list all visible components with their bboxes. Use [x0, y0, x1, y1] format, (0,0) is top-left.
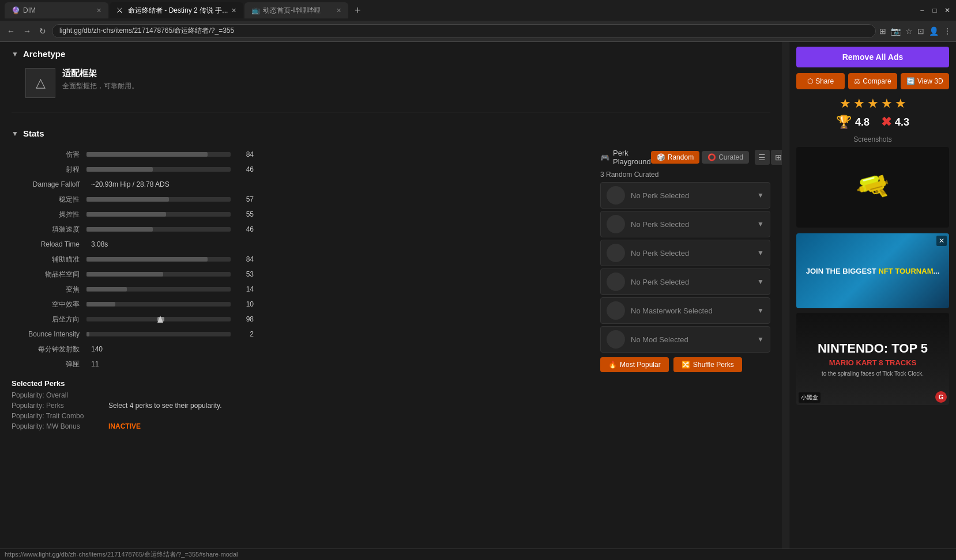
- trophy-icon: 🏆: [836, 115, 852, 130]
- perk-playground-header: 🎮 Perk Playground 🎲 Random ⭕: [600, 149, 770, 166]
- rating-row: ★ ★ ★ ★ ★: [796, 96, 949, 111]
- perk-random-label: 3 Random Curated: [600, 171, 770, 179]
- stat-value-recoil: 98: [231, 315, 254, 323]
- address-icons: ⊞ 📷 ☆ ⊡ 👤 ⋮: [879, 27, 951, 36]
- back-button[interactable]: ←: [5, 25, 17, 37]
- masterwork-dropdown[interactable]: ▼: [757, 307, 764, 315]
- close-button[interactable]: ✕: [943, 6, 951, 14]
- star-4: ★: [881, 96, 893, 111]
- tab-bar: 🔮 DIM ✕ ⚔ 命运终结者 - Destiny 2 传说 手... ✕ 📺 …: [0, 0, 956, 21]
- stat-bar-reload: [86, 227, 231, 232]
- tab-close-dim[interactable]: ✕: [96, 7, 101, 14]
- forward-button[interactable]: →: [21, 25, 33, 37]
- stat-row-recoil: 后坐方向 98: [12, 313, 369, 325]
- stat-row-stability: 稳定性 57: [12, 194, 369, 205]
- pop-row-perks: Popularity: Perks Select 4 perks to see …: [12, 402, 589, 410]
- perk-view-icons: ☰ ⊞: [755, 150, 782, 165]
- tab-bilibili[interactable]: 📺 动态首页-哔哩哔哩 ✕: [244, 2, 348, 18]
- stat-label-aim-assist: 辅助瞄准: [12, 255, 86, 264]
- tab-title-dim: DIM: [23, 6, 36, 14]
- view3d-icon: 🔄: [906, 77, 915, 85]
- mod-icon: [607, 330, 625, 349]
- tab-destiny[interactable]: ⚔ 命运终结者 - Destiny 2 传说 手... ✕: [110, 2, 243, 18]
- perk-dropdown-2[interactable]: ▼: [757, 220, 764, 228]
- most-popular-button[interactable]: 🔥 Most Popular: [600, 357, 669, 372]
- gun-image: 🔫: [852, 167, 893, 207]
- page-layout: ▼ Archetype △ 适配框架 全面型握把，可靠耐用。 ▼ Stats: [0, 42, 956, 560]
- tab-close-destiny[interactable]: ✕: [231, 7, 236, 14]
- stat-row-falloff: Damage Falloff ~20.93m Hip / 28.78 ADS: [12, 179, 369, 190]
- split-view-icon[interactable]: ⊡: [917, 27, 924, 36]
- masterwork-slot[interactable]: No Masterwork Selected ▼: [600, 297, 770, 324]
- stat-label-reload-time: Reload Time: [12, 240, 86, 248]
- stat-value-stability: 57: [231, 195, 254, 203]
- list-view-button[interactable]: ☰: [755, 150, 770, 165]
- score-row: 🏆 4.8 ✖ 4.3: [796, 115, 949, 130]
- archetype-icon: △: [25, 68, 55, 98]
- reload-button[interactable]: ↻: [37, 25, 48, 37]
- perk-slot-1[interactable]: No Perk Selected ▼: [600, 182, 770, 209]
- account-icon[interactable]: 👤: [929, 27, 939, 36]
- perk-dropdown-3[interactable]: ▼: [757, 249, 764, 257]
- perk-column: 🎮 Perk Playground 🎲 Random ⭕: [600, 149, 770, 433]
- tab-title-bilibili: 动态首页-哔哩哔哩: [263, 6, 321, 16]
- perk-dropdown-1[interactable]: ▼: [757, 191, 764, 199]
- view3d-button[interactable]: 🔄 View 3D: [901, 73, 949, 89]
- mod-dropdown[interactable]: ▼: [757, 335, 764, 343]
- stat-label-handling: 操控性: [12, 210, 86, 220]
- archetype-symbol: △: [36, 75, 46, 90]
- tab-dim[interactable]: 🔮 DIM ✕: [5, 2, 108, 18]
- stat-row-damage: 伤害 84: [12, 149, 369, 160]
- perk-dropdown-4[interactable]: ▼: [757, 278, 764, 286]
- tab-favicon-destiny: ⚔: [116, 6, 125, 14]
- perk-slot-2[interactable]: No Perk Selected ▼: [600, 211, 770, 237]
- stat-bar-damage: [86, 152, 231, 157]
- curated-icon: ⭕: [707, 153, 716, 161]
- perk-toggle-buttons: 🎲 Random ⭕ Curated: [651, 151, 749, 164]
- scrollbar[interactable]: [782, 42, 789, 560]
- remove-ads-button[interactable]: Remove All Ads: [796, 47, 949, 67]
- masterwork-icon: [607, 301, 625, 320]
- screenshot-icon[interactable]: 📷: [891, 27, 901, 36]
- new-tab-button[interactable]: +: [349, 2, 366, 18]
- maximize-button[interactable]: □: [931, 6, 939, 14]
- stat-value-aim-assist: 84: [231, 255, 254, 263]
- stat-value-bounce: 2: [231, 330, 254, 338]
- menu-icon[interactable]: ⋮: [943, 27, 951, 36]
- main-content: ▼ Archetype △ 适配框架 全面型握把，可靠耐用。 ▼ Stats: [0, 42, 782, 560]
- curated-toggle-button[interactable]: ⭕ Curated: [702, 151, 749, 164]
- video-footer: to the spiraling faces of Tick Tock Cloc…: [822, 370, 924, 377]
- stat-label-stability: 稳定性: [12, 195, 86, 205]
- stat-value-magazine: 11: [86, 360, 99, 368]
- screenshot-thumbnail: 🔫: [796, 147, 949, 228]
- star-2: ★: [853, 96, 865, 111]
- minimize-button[interactable]: −: [918, 6, 926, 14]
- stat-row-zoom: 变焦 14: [12, 283, 369, 295]
- pop-value-perks: Select 4 perks to see their popularity.: [108, 402, 222, 410]
- perk-slot-3[interactable]: No Perk Selected ▼: [600, 240, 770, 266]
- translate-icon[interactable]: ⊞: [879, 27, 886, 36]
- stat-label-reload: 填装速度: [12, 225, 86, 234]
- browser-chrome: 🔮 DIM ✕ ⚔ 命运终结者 - Destiny 2 传说 手... ✕ 📺 …: [0, 0, 956, 42]
- stat-label-magazine: 弹匣: [12, 360, 86, 369]
- perk-label-2: No Perk Selected: [631, 220, 757, 229]
- compare-button[interactable]: ⚖ Compare: [848, 73, 897, 89]
- url-input[interactable]: [52, 24, 876, 38]
- mod-slot[interactable]: No Mod Selected ▼: [600, 326, 770, 353]
- perk-slot-4[interactable]: No Perk Selected ▼: [600, 268, 770, 295]
- share-button[interactable]: ⬡ Share: [796, 73, 845, 89]
- bookmark-icon[interactable]: ☆: [905, 27, 913, 36]
- random-toggle-button[interactable]: 🎲 Random: [651, 151, 699, 164]
- tab-favicon-dim: 🔮: [12, 6, 20, 14]
- archetype-section-title: Archetype: [23, 49, 65, 59]
- ad-close-button[interactable]: ✕: [936, 236, 947, 246]
- video-ad: NINTENDO: TOP 5 MARIO KART 8 TRACKS to t…: [796, 313, 949, 405]
- stat-label-inventory: 物品栏空间: [12, 270, 86, 279]
- archetype-description: 全面型握把，可靠耐用。: [62, 81, 138, 91]
- divider-1: [12, 112, 770, 112]
- stat-label-damage: 伤害: [12, 150, 86, 160]
- tab-close-bilibili[interactable]: ✕: [336, 7, 341, 14]
- shuffle-perks-button[interactable]: 🔀 Shuffle Perks: [673, 357, 742, 372]
- right-sidebar: Remove All Ads ⬡ Share ⚖ Compare 🔄 View …: [789, 42, 956, 560]
- grid-view-button[interactable]: ⊞: [771, 150, 782, 165]
